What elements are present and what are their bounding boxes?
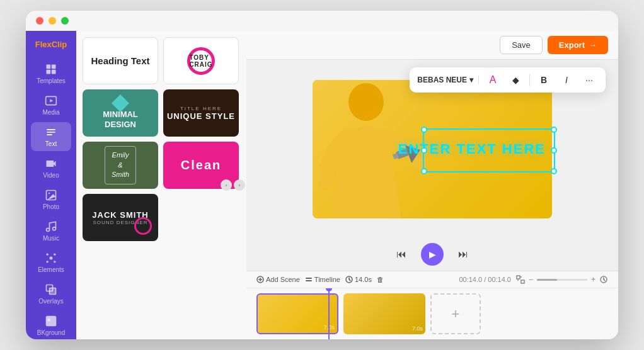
title-bar [26, 11, 618, 31]
maximize-dot[interactable] [61, 17, 69, 25]
svg-rect-0 [47, 65, 51, 69]
add-scene-icon [256, 276, 264, 283]
fit-button[interactable] [516, 275, 525, 284]
toolbar-divider [529, 74, 530, 86]
next-button[interactable]: ⏭ [454, 245, 473, 264]
expand-icon [599, 275, 608, 284]
svg-point-7 [49, 193, 50, 195]
zoom-fill [537, 279, 557, 281]
sidebar-label-elements: Elements [38, 266, 64, 273]
font-selector[interactable]: BEBAS NEUE ▾ [417, 76, 479, 84]
timeline-clip-2[interactable]: 7.0s [343, 293, 425, 334]
zoom-out-button[interactable]: − [529, 275, 533, 284]
sidebar-label-bkground: BKground [37, 329, 65, 336]
expand-timeline-button[interactable] [599, 275, 608, 284]
resize-handle-tl[interactable] [421, 127, 427, 133]
sidebar-item-music[interactable]: Music [31, 217, 71, 246]
sidebar-label-video: Video [43, 172, 59, 179]
add-clip-button[interactable]: + [430, 293, 481, 334]
color-icon: A [490, 74, 497, 86]
svg-rect-1 [52, 65, 56, 69]
media-icon [45, 94, 57, 107]
zoom-track [537, 279, 587, 281]
jack-circle [134, 217, 152, 235]
add-scene-button[interactable]: Add Scene [256, 276, 300, 283]
svg-marker-5 [50, 99, 53, 103]
resize-handle-br[interactable] [551, 168, 557, 174]
paint-bucket-button[interactable]: ◆ [507, 71, 524, 89]
template-card-heading[interactable]: Heading Text [83, 37, 158, 84]
svg-point-9 [47, 254, 49, 256]
overlays-icon [45, 283, 57, 296]
timeline-clip-1[interactable]: 7.0s [256, 293, 338, 334]
scroll-left-arrow[interactable]: ‹ [221, 179, 232, 191]
svg-rect-14 [50, 288, 56, 295]
clean-text-label: Clean [181, 158, 221, 172]
timeline-area: Add Scene Timeline 14.0s 🗑 00:14.0 / 00:… [246, 271, 618, 339]
svg-rect-15 [46, 316, 57, 327]
duration-display: 14.0s [345, 276, 372, 283]
resize-handle-bl[interactable] [421, 168, 427, 174]
template-card-unique[interactable]: TITLE HERE Unique Style [163, 89, 239, 137]
sidebar-label-templates: Templates [37, 77, 66, 84]
template-card-jack[interactable]: JACK SMITH SOUND DESIGNER [83, 194, 158, 241]
clip-duration-2: 7.0s [412, 325, 423, 332]
logo: FlexClip [32, 37, 71, 52]
elements-icon [45, 252, 57, 264]
sidebar-item-text[interactable]: Text [31, 122, 71, 151]
resize-handle-l[interactable] [421, 147, 427, 154]
minimal-text: MINIMALDESIGN [103, 110, 138, 129]
italic-button[interactable]: I [558, 71, 575, 89]
toby-inner: TOBYCRAIG [187, 47, 215, 75]
svg-rect-3 [52, 70, 56, 74]
resize-handle-r[interactable] [551, 147, 557, 154]
playhead-handle[interactable] [326, 288, 332, 291]
svg-rect-26 [521, 280, 524, 283]
template-card-toby[interactable]: TOBYCRAIG [163, 37, 239, 84]
fit-icon [516, 275, 525, 284]
text-icon [45, 126, 57, 138]
more-options-button[interactable]: ··· [580, 71, 598, 89]
resize-handle-tr[interactable] [551, 127, 557, 133]
background-icon [45, 315, 57, 327]
timeline-button[interactable]: Timeline [305, 276, 340, 283]
text-color-button[interactable]: A [484, 71, 502, 89]
sidebar-item-media[interactable]: Media [31, 91, 71, 120]
app-window: FlexClip Templates Media Text Video Phot [26, 11, 618, 339]
video-canvas: ENTER TEXT HERE [313, 80, 552, 218]
editor-area: Save Export → BEBAS NEUE ▾ A [246, 31, 618, 339]
bold-button[interactable]: B [535, 71, 553, 89]
template-card-minimal[interactable]: MINIMALDESIGN [83, 89, 158, 137]
templates-panel: Heading Text TOBYCRAIG MINIMALDESIGN TIT… [76, 31, 246, 339]
delete-button[interactable]: 🗑 [377, 276, 384, 283]
video-icon [45, 157, 57, 170]
minimize-dot[interactable] [49, 17, 56, 25]
close-dot[interactable] [36, 17, 43, 25]
save-button[interactable]: Save [500, 36, 543, 54]
template-card-emily[interactable]: Emily&Smith [83, 142, 158, 189]
selection-box [423, 128, 555, 172]
play-button[interactable]: ▶ [421, 243, 444, 266]
scroll-right-arrow[interactable]: › [234, 179, 245, 191]
sidebar-item-templates[interactable]: Templates [31, 59, 71, 88]
export-arrow-icon: → [589, 40, 597, 50]
playhead [328, 288, 330, 339]
export-label: Export [559, 40, 585, 50]
scroll-arrows: ‹ › [221, 179, 245, 191]
export-button[interactable]: Export → [548, 36, 608, 54]
sidebar-item-bkground[interactable]: BKground [31, 311, 71, 339]
sidebar-item-overlays[interactable]: Overlays [31, 279, 71, 308]
svg-point-8 [50, 257, 53, 260]
sidebar-item-elements[interactable]: Elements [31, 248, 71, 277]
photo-icon [45, 189, 57, 201]
sidebar-item-photo[interactable]: Photo [31, 185, 71, 214]
sidebar-item-video[interactable]: Video [31, 154, 71, 183]
timeline-time: 00:14.0 / 00:14.0 [459, 276, 511, 283]
font-name: BEBAS NEUE [417, 76, 467, 84]
prev-button[interactable]: ⏮ [392, 245, 411, 264]
zoom-in-button[interactable]: + [591, 275, 595, 284]
svg-rect-25 [517, 276, 520, 279]
text-format-toolbar: BEBAS NEUE ▾ A ◆ B I ··· [410, 67, 606, 93]
svg-point-10 [54, 254, 55, 256]
timeline-icon [305, 276, 313, 283]
